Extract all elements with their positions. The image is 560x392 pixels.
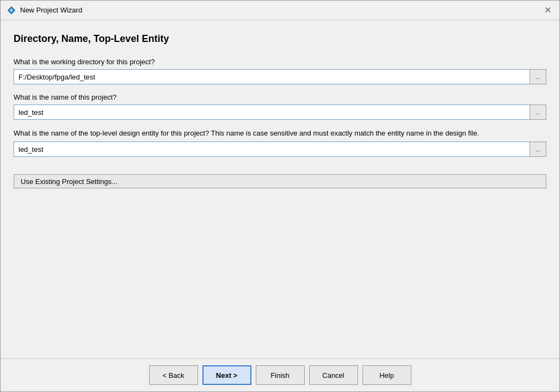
wizard-footer: < Back Next > Finish Cancel Help (1, 358, 559, 391)
use-existing-button[interactable]: Use Existing Project Settings... (14, 174, 546, 188)
cancel-button[interactable]: Cancel (309, 365, 358, 385)
window-title: New Project Wizard (20, 6, 82, 14)
directory-input[interactable] (14, 69, 530, 84)
name-input-row: ... (14, 105, 546, 120)
close-button[interactable]: ✕ (542, 5, 553, 16)
wizard-window: New Project Wizard ✕ Directory, Name, To… (0, 0, 560, 392)
name-section: What is the name of this project? ... (14, 93, 546, 120)
title-bar: New Project Wizard ✕ (1, 1, 559, 20)
name-label: What is the name of this project? (14, 93, 546, 101)
title-bar-left: New Project Wizard (7, 6, 82, 15)
directory-label: What is the working directory for this p… (14, 58, 546, 66)
wizard-content: Directory, Name, Top-Level Entity What i… (1, 20, 559, 358)
next-button[interactable]: Next > (202, 365, 251, 385)
name-browse-button[interactable]: ... (530, 105, 546, 120)
finish-button[interactable]: Finish (256, 365, 305, 385)
page-title: Directory, Name, Top-Level Entity (14, 33, 546, 45)
back-button[interactable]: < Back (149, 365, 198, 385)
entity-browse-button[interactable]: ... (530, 142, 546, 157)
directory-input-row: ... (14, 69, 546, 84)
directory-browse-button[interactable]: ... (530, 69, 546, 84)
entity-section: What is the name of the top-level design… (14, 128, 546, 157)
help-button[interactable]: Help (362, 365, 411, 385)
directory-section: What is the working directory for this p… (14, 58, 546, 84)
entity-input-row: ... (14, 142, 546, 157)
entity-label: What is the name of the top-level design… (14, 128, 546, 138)
name-input[interactable] (14, 105, 530, 120)
wizard-icon (7, 6, 16, 15)
entity-input[interactable] (14, 142, 530, 157)
